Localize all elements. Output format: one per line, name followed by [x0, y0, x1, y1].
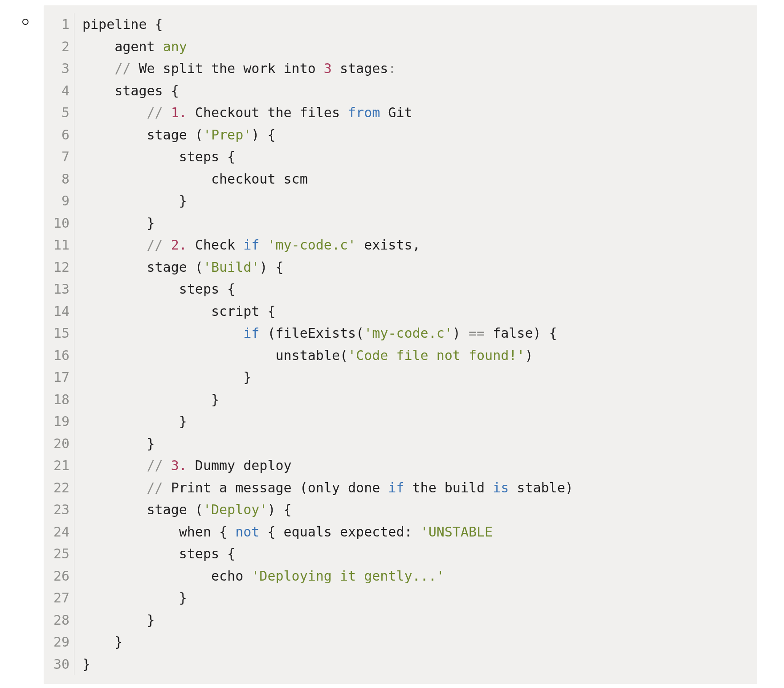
code-content: agent any: [82, 36, 187, 58]
token-string: 'my-code.c': [267, 237, 356, 253]
code-line: 4 stages {: [44, 80, 757, 102]
token-ident: [163, 458, 171, 473]
token-ident: [227, 524, 235, 540]
line-number: 6: [44, 124, 74, 146]
line-number: 8: [44, 168, 74, 190]
line-number: 21: [44, 455, 74, 477]
line-number: 30: [44, 653, 74, 676]
token-brace: {: [227, 281, 235, 297]
code-line: 14 script {: [44, 300, 757, 323]
token-ident: [259, 524, 267, 540]
code-line: 30}: [44, 653, 757, 676]
gutter-divider: [74, 256, 74, 278]
token-kw: if: [388, 480, 404, 496]
line-number: 25: [44, 543, 74, 565]
token-ident: [82, 458, 147, 473]
gutter-divider: [74, 13, 74, 36]
token-kw: if: [243, 237, 259, 253]
token-ident: [82, 590, 179, 606]
token-ident: pipeline: [82, 16, 155, 32]
token-string: 'Deploy': [203, 502, 268, 517]
code-content: when { not { equals expected: 'UNSTABLE: [82, 521, 493, 543]
token-ident: [82, 369, 243, 385]
token-brace: {: [267, 303, 275, 319]
code-line: 15 if (fileExists('my-code.c') == false)…: [44, 322, 757, 344]
gutter-divider: [74, 36, 74, 58]
token-string: any: [163, 39, 187, 54]
token-brace: {: [267, 524, 275, 540]
gutter-divider: [74, 609, 74, 631]
token-num: 2.: [171, 237, 187, 253]
gutter-divider: [74, 389, 74, 411]
token-ident: [163, 237, 171, 253]
line-number: 20: [44, 433, 74, 455]
token-brace: {: [155, 16, 163, 32]
code-content: }: [82, 609, 155, 631]
line-number: 2: [44, 36, 74, 58]
code-line: 17 }: [44, 366, 757, 389]
token-brace: {: [227, 546, 235, 561]
token-string: 'my-code.c': [364, 325, 453, 341]
line-number: 18: [44, 389, 74, 411]
token-comment: //: [147, 480, 163, 496]
code-line: 9 }: [44, 190, 757, 212]
gutter-divider: [74, 565, 74, 587]
gutter-divider: [74, 587, 74, 609]
code-content: unstable('Code file not found!'): [82, 344, 533, 367]
line-number: 15: [44, 322, 74, 344]
token-brace: {: [171, 83, 179, 98]
code-content: // 3. Dummy deploy: [82, 455, 292, 477]
token-brace: }: [147, 215, 155, 231]
token-ident: equals expected:: [275, 524, 420, 540]
token-ident: stage (: [82, 502, 203, 517]
token-ident: [82, 436, 147, 451]
line-number: 27: [44, 587, 74, 609]
token-ident: stable): [509, 480, 573, 496]
page: 1pipeline {2 agent any3 // We split the …: [0, 0, 784, 688]
token-colon: :: [388, 61, 396, 76]
code-line: 8 checkout scm: [44, 168, 757, 190]
code-block: 1pipeline {2 agent any3 // We split the …: [44, 5, 757, 684]
gutter-divider: [74, 322, 74, 344]
token-ident: [82, 61, 114, 76]
token-ident: steps: [82, 546, 227, 561]
gutter-divider: [74, 433, 74, 455]
code-line: 28 }: [44, 609, 757, 631]
token-ident: [82, 193, 179, 209]
token-ident: Dummy deploy: [187, 458, 292, 473]
token-ident: checkout scm: [82, 171, 308, 187]
token-ident: stages: [82, 83, 171, 98]
token-ident: ): [251, 127, 267, 143]
list-bullet-icon: [22, 19, 29, 25]
token-ident: steps: [82, 149, 227, 164]
line-number: 17: [44, 366, 74, 389]
code-line: 12 stage ('Build') {: [44, 256, 757, 278]
token-brace: }: [243, 369, 251, 385]
gutter-divider: [74, 543, 74, 565]
token-ident: [163, 105, 171, 120]
code-line: 6 stage ('Prep') {: [44, 124, 757, 146]
code-line: 5 // 1. Checkout the files from Git: [44, 102, 757, 124]
code-content: // Print a message (only done if the bui…: [82, 477, 573, 499]
token-ident: stages: [332, 61, 388, 76]
line-number: 11: [44, 234, 74, 256]
token-brace: }: [147, 612, 155, 628]
code-content: }: [82, 433, 155, 455]
line-number: 29: [44, 631, 74, 653]
code-content: steps {: [82, 543, 235, 565]
token-ident: the build: [404, 480, 493, 496]
token-brace: }: [179, 193, 187, 209]
token-brace: {: [219, 524, 227, 540]
token-ident: false): [485, 325, 549, 341]
line-number: 28: [44, 609, 74, 631]
code-content: }: [82, 366, 251, 389]
gutter-divider: [74, 477, 74, 499]
line-number: 26: [44, 565, 74, 587]
token-comment: //: [147, 105, 163, 120]
code-line: 21 // 3. Dummy deploy: [44, 455, 757, 477]
token-comment: //: [114, 61, 131, 76]
token-ident: ): [259, 259, 275, 275]
line-number: 19: [44, 410, 74, 433]
token-op: ==: [469, 325, 485, 341]
code-content: }: [82, 190, 187, 212]
